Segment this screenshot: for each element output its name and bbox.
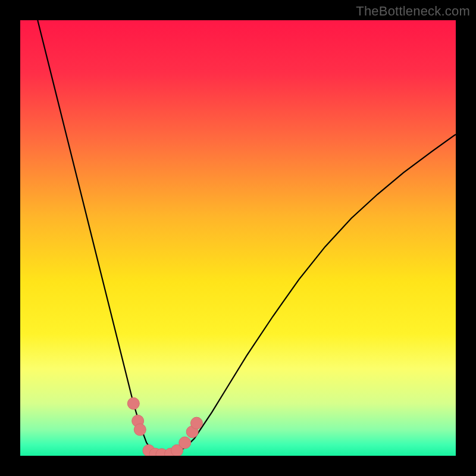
watermark-text: TheBottleneck.com	[356, 4, 470, 19]
plot-area	[20, 20, 456, 456]
svg-rect-0	[20, 20, 456, 456]
chart-frame: TheBottleneck.com	[0, 0, 476, 476]
background-gradient	[20, 20, 456, 456]
